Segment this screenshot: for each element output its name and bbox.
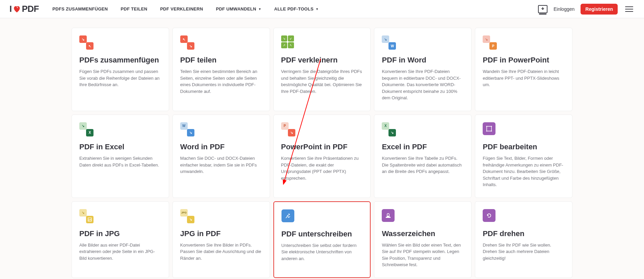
card-desc: Machen Sie DOC- und DOCX-Dateien einfach…: [180, 155, 262, 175]
card-desc: Alle Bilder aus einer PDF-Datei extrahie…: [79, 242, 161, 262]
card-title: Word in PDF: [180, 143, 262, 151]
card-pdf-to-powerpoint[interactable]: ↘P PDF in PowerPoint Wandeln Sie Ihre PD…: [475, 28, 572, 111]
login-button[interactable]: Einloggen: [554, 6, 574, 12]
card-pdf-to-jpg[interactable]: ↘ PDF in JPG Alle Bilder aus einer PDF-D…: [72, 201, 169, 278]
chevron-down-icon: ▼: [316, 7, 319, 11]
pdf-to-ppt-icon: ↘P: [483, 35, 497, 50]
pdf-to-jpg-icon: ↘: [79, 209, 93, 223]
card-watermark[interactable]: Wasserzeichen Wählen Sie ein Bild oder e…: [374, 201, 472, 278]
main-nav: PDFS ZUSAMMENFÜGEN PDF TEILEN PDF VERKLE…: [52, 6, 319, 11]
card-desc: Teilen Sie einen bestimmten Bereich an S…: [180, 68, 262, 95]
card-pdf-to-word[interactable]: ↘W PDF in Word Konvertieren Sie Ihre PDF…: [374, 28, 472, 111]
card-desc: Konvertieren Sie Ihre PDF-Dateien bequem…: [382, 68, 464, 101]
card-desc: Extrahieren Sie in wenigen Sekunden Date…: [79, 155, 161, 168]
card-desc: Wählen Sie ein Bild oder einen Text, den…: [382, 242, 464, 268]
card-desc: Fügen Sie PDFs zusammen und passen Sie v…: [79, 68, 161, 88]
logo[interactable]: I PDF: [9, 4, 39, 14]
word-to-pdf-icon: W↘: [180, 122, 194, 136]
card-title: Wasserzeichen: [382, 229, 464, 238]
nav-all-tools[interactable]: ALLE PDF-TOOLS▼: [274, 6, 319, 11]
edit-icon: [483, 122, 497, 136]
svg-point-4: [491, 130, 492, 131]
ppt-to-pdf-icon: P↘: [281, 122, 295, 136]
card-title: PDF unterschreiben: [281, 230, 363, 238]
card-title: PowerPoint in PDF: [281, 143, 363, 151]
card-desc: Drehen Sie Ihr PDF wie Sie wollen. Drehe…: [483, 242, 565, 262]
card-pdf-to-excel[interactable]: ↘X PDF in Excel Extrahieren Sie in wenig…: [72, 115, 169, 198]
card-title: PDF in JPG: [79, 229, 161, 238]
card-desc: Verringern Sie die Dateigröße Ihres PDFs…: [281, 68, 363, 95]
card-title: PDF verkleinern: [281, 56, 363, 64]
svg-rect-5: [88, 218, 91, 221]
card-title: PDF bearbeiten: [483, 143, 565, 151]
card-title: PDF teilen: [180, 56, 262, 64]
svg-point-2: [491, 126, 492, 127]
card-merge[interactable]: ↘↖ PDFs zusammenfügen Fügen Sie PDFs zus…: [72, 28, 169, 111]
card-desc: Unterschreiben Sie selbst oder fordern S…: [281, 242, 363, 262]
card-title: PDFs zusammenfügen: [79, 56, 161, 64]
card-desc: Konvertieren Sie ihre Präsentationen zu …: [281, 155, 363, 181]
card-desc: Wandeln Sie Ihre PDF-Dateien in leicht e…: [483, 68, 565, 88]
card-jpg-to-pdf[interactable]: JPG↘ JPG in PDF Konvertieren Sie Ihre Bi…: [172, 201, 270, 278]
svg-rect-6: [386, 217, 391, 218]
card-title: PDF in Excel: [79, 143, 161, 151]
card-desc: Konvertieren Sie Ihre Tabelle zu PDFs. D…: [382, 155, 464, 175]
nav-merge[interactable]: PDFS ZUSAMMENFÜGEN: [52, 6, 108, 11]
card-title: JPG in PDF: [180, 229, 262, 238]
card-split[interactable]: ↖↘ PDF teilen Teilen Sie einen bestimmte…: [172, 28, 270, 111]
jpg-to-pdf-icon: JPG↘: [180, 209, 194, 223]
card-ppt-to-pdf[interactable]: P↘ PowerPoint in PDF Konvertieren Sie ih…: [273, 115, 371, 198]
tools-grid: ↘↖ PDFs zusammenfügen Fügen Sie PDFs zus…: [62, 18, 582, 279]
nav-convert[interactable]: PDF UMWANDELN▼: [216, 6, 262, 11]
svg-point-3: [486, 130, 487, 131]
card-excel-to-pdf[interactable]: X↘ Excel in PDF Konvertieren Sie Ihre Ta…: [374, 115, 472, 198]
rotate-icon: [483, 209, 497, 223]
card-rotate-pdf[interactable]: PDF drehen Drehen Sie Ihr PDF wie Sie wo…: [475, 201, 572, 278]
split-icon: ↖↘: [180, 35, 194, 50]
compress-icon: ↘↙ ↗↖: [281, 35, 295, 50]
register-button[interactable]: Registrieren: [581, 4, 618, 15]
card-title: PDF in PowerPoint: [483, 56, 565, 64]
svg-rect-0: [487, 126, 491, 131]
card-compress[interactable]: ↘↙ ↗↖ PDF verkleinern Verringern Sie die…: [273, 28, 371, 111]
logo-text-pdf: PDF: [22, 4, 39, 14]
nav-compress[interactable]: PDF VERKLEINERN: [160, 6, 203, 11]
merge-icon: ↘↖: [79, 35, 93, 50]
pdf-to-word-icon: ↘W: [382, 35, 396, 50]
svg-point-1: [486, 126, 487, 127]
chevron-down-icon: ▼: [258, 7, 261, 11]
logo-text-i: I: [9, 4, 12, 14]
card-title: PDF drehen: [483, 229, 565, 238]
heart-icon: [12, 5, 21, 14]
nav-split[interactable]: PDF TEILEN: [121, 6, 147, 11]
card-title: Excel in PDF: [382, 143, 464, 151]
card-title: PDF in Word: [382, 56, 464, 64]
header-right: Einloggen Registrieren: [538, 4, 635, 15]
card-desc: Konvertieren Sie Ihre Bilder in PDFs. Pa…: [180, 242, 262, 262]
card-desc: Fügen Sie Text, Bilder, Formen oder frei…: [483, 155, 565, 188]
card-sign-pdf[interactable]: PDF unterschreiben Unterschreiben Sie se…: [273, 201, 371, 278]
excel-to-pdf-icon: X↘: [382, 122, 396, 136]
card-word-to-pdf[interactable]: W↘ Word in PDF Machen Sie DOC- und DOCX-…: [172, 115, 270, 198]
download-desktop-icon[interactable]: [538, 5, 547, 13]
pdf-to-excel-icon: ↘X: [79, 122, 93, 136]
card-edit-pdf[interactable]: PDF bearbeiten Fügen Sie Text, Bilder, F…: [475, 115, 572, 198]
menu-icon[interactable]: [624, 5, 635, 13]
sign-icon: [281, 209, 296, 224]
svg-rect-7: [387, 216, 390, 217]
header: I PDF PDFS ZUSAMMENFÜGEN PDF TEILEN PDF …: [0, 0, 644, 18]
watermark-icon: [382, 209, 396, 223]
